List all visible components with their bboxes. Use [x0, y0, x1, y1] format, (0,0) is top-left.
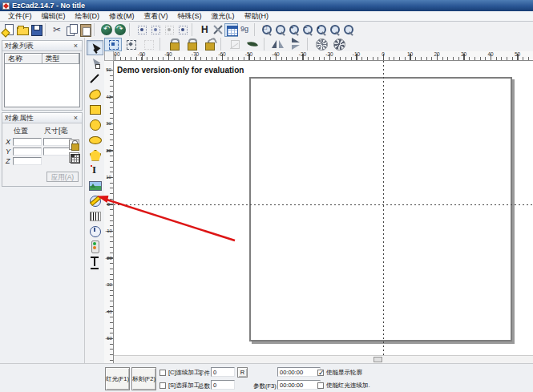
ruler-tick-label: -70	[182, 51, 209, 57]
bitmap-button[interactable]	[87, 177, 103, 192]
node-add-button[interactable]	[122, 38, 139, 51]
x-position-input[interactable]	[13, 138, 42, 146]
ruler-tick-label: -30	[104, 271, 113, 298]
object-list-panel: 对象列表 × 名称类型	[2, 40, 83, 111]
y-position-input[interactable]	[13, 148, 42, 156]
fill-button[interactable]	[244, 38, 261, 51]
tools-button[interactable]	[211, 23, 224, 37]
array-grid-button[interactable]	[69, 152, 79, 163]
undo-button[interactable]	[99, 23, 113, 37]
z-position-input[interactable]	[13, 157, 42, 165]
menu-item[interactable]: 查看(V)	[139, 11, 173, 22]
menu-item[interactable]: 绘制(D)	[71, 11, 105, 22]
select-mode-row: [S]选择加工	[159, 382, 200, 390]
font-param-button[interactable]	[238, 23, 252, 37]
mirror-horizontal-button[interactable]	[269, 38, 287, 51]
scrollbar-thumb[interactable]	[374, 357, 382, 362]
mirror-vertical-button[interactable]	[287, 38, 305, 51]
reset-count-button[interactable]: R	[237, 367, 248, 378]
menu-item[interactable]: 激光(L)	[207, 11, 240, 22]
new-button[interactable]	[2, 23, 15, 37]
select-button[interactable]	[87, 40, 103, 55]
text-button[interactable]	[87, 162, 103, 177]
menu-item[interactable]: 编辑(E)	[37, 11, 71, 22]
lock-size-button[interactable]	[183, 38, 200, 51]
continuous-checkbox[interactable]	[159, 370, 166, 376]
red-continuous-checkbox[interactable]	[317, 382, 324, 389]
toolbar-separator	[264, 38, 268, 51]
select-mark-label: [S]选择加工	[168, 382, 200, 390]
ruler-tick-label: -20	[104, 244, 113, 272]
close-icon[interactable]: ×	[72, 114, 79, 122]
menu-item[interactable]: 特殊(S)	[173, 11, 207, 22]
polygon-button[interactable]	[87, 147, 103, 162]
horizontal-scrollbar[interactable]	[114, 355, 533, 363]
total-count-input[interactable]	[211, 380, 235, 390]
ellipse-button[interactable]	[87, 131, 103, 147]
main-toolbar: □+−▪◦	[2, 22, 355, 38]
curve-button[interactable]	[87, 86, 103, 101]
x-size-input[interactable]	[43, 138, 72, 146]
title-bar[interactable]: EzCad2.14.7 - No title	[0, 0, 533, 11]
barcode-button[interactable]	[87, 208, 103, 223]
zoom-in-button[interactable]: +	[287, 23, 301, 37]
dimension-button[interactable]	[87, 253, 103, 269]
show-contour-checkbox[interactable]	[317, 370, 324, 376]
drawing-canvas[interactable]: Demo version-only for evaluation	[114, 61, 533, 363]
zoom-workspace-button[interactable]	[341, 23, 355, 37]
hatch-cw-button[interactable]	[313, 38, 330, 51]
draw-toolbar	[85, 40, 104, 269]
vector-file-button[interactable]	[87, 192, 103, 208]
ruler-tick-label: 0	[104, 191, 113, 218]
paste-button[interactable]	[78, 23, 91, 37]
rectangle-button[interactable]	[87, 101, 103, 116]
apply-button[interactable]: 应用(A)	[46, 172, 79, 182]
menu-item[interactable]: 帮助(H)	[240, 11, 274, 22]
to-origin-button[interactable]	[226, 38, 244, 51]
node-convert-button[interactable]	[139, 38, 157, 51]
circle-button[interactable]	[87, 116, 103, 131]
open-button[interactable]	[15, 23, 29, 37]
copy-button[interactable]	[64, 23, 78, 37]
save-button[interactable]	[29, 23, 42, 37]
window-title: EzCad2.14.7 - No title	[12, 2, 85, 10]
clock-button[interactable]	[87, 223, 103, 238]
part-count-input[interactable]	[211, 367, 235, 377]
line-button[interactable]	[87, 71, 103, 86]
zoom-object-button[interactable]: ▪	[314, 23, 328, 37]
ruler-tick-label: 20	[423, 51, 450, 57]
cut-button[interactable]	[50, 23, 64, 37]
object-list-table[interactable]: 名称类型	[4, 53, 80, 107]
unlock-button[interactable]	[200, 38, 218, 51]
zoom-pan-button[interactable]	[273, 23, 287, 37]
ruler-tick-label: -10	[104, 217, 113, 244]
node-tool-button[interactable]	[87, 55, 103, 71]
lock-aspect-button[interactable]	[69, 139, 79, 150]
lock-position-button[interactable]	[165, 38, 183, 51]
node-edit-button[interactable]	[104, 38, 122, 51]
snap-angle-button[interactable]	[176, 23, 189, 37]
zoom-window-button[interactable]: □	[260, 23, 273, 37]
param-button[interactable]: 参数(F3)	[253, 382, 277, 390]
ruler-tick-label: 10	[104, 164, 113, 191]
zoom-all-button[interactable]: ◦	[328, 23, 341, 37]
close-icon[interactable]: ×	[72, 42, 79, 50]
red-light-button[interactable]: 红光(F1)	[105, 367, 130, 390]
io-control-button[interactable]	[87, 238, 103, 253]
redo-button[interactable]	[113, 23, 127, 37]
zoom-out-button[interactable]: −	[301, 23, 314, 37]
hatch-button[interactable]	[197, 23, 211, 37]
object-list-column-header[interactable]: 类型	[42, 54, 80, 64]
snap-grid-button[interactable]	[135, 23, 148, 37]
select-mark-checkbox[interactable]	[159, 382, 166, 389]
crosshair-vertical	[383, 61, 384, 363]
y-size-input[interactable]	[43, 148, 72, 156]
param-table-button[interactable]	[224, 23, 238, 37]
snap-guide-button[interactable]	[148, 23, 162, 37]
snap-object-button[interactable]	[162, 23, 176, 37]
menu-item[interactable]: 文件(F)	[3, 11, 37, 22]
object-list-column-header[interactable]: 名称	[5, 54, 42, 64]
mark-button[interactable]: 标刻(F2)	[131, 367, 156, 390]
hatch-ccw-button[interactable]	[330, 38, 348, 51]
menu-item[interactable]: 修改(M)	[104, 11, 139, 22]
